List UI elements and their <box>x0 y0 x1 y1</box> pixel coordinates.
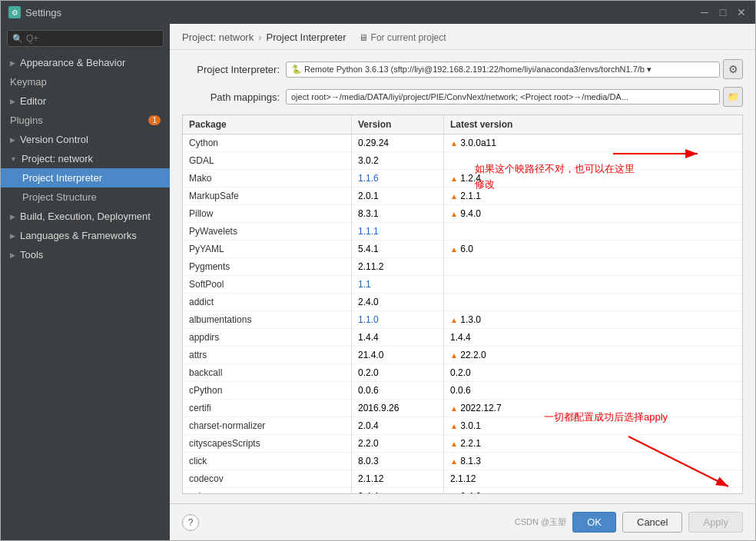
cancel-button[interactable]: Cancel <box>622 512 682 533</box>
package-latest: ▲ 3.0.1 <box>444 417 742 434</box>
footer-left: ? <box>182 514 199 531</box>
sidebar-item-editor[interactable]: ▶ Editor <box>1 91 170 111</box>
expand-arrow-lang: ▶ <box>10 232 15 240</box>
table-row[interactable]: MarkupSafe 2.0.1 ▲ 2.1.1 <box>183 188 742 205</box>
table-row[interactable]: Pygments 2.11.2 <box>183 258 742 276</box>
search-icon: 🔍 <box>12 34 23 44</box>
sidebar-label-keymap: Keymap <box>10 76 47 88</box>
table-row[interactable]: Cython 0.29.24 ▲ 3.0.0a11 <box>183 134 742 152</box>
ok-button[interactable]: OK <box>572 512 616 533</box>
package-version: 2.11.2 <box>352 258 444 275</box>
main-body: 🔍 ▶ Appearance & Behavior Keymap ▶ Edito… <box>1 24 755 540</box>
table-row[interactable]: PyYAML 5.4.1 ▲ 6.0 <box>183 241 742 258</box>
package-latest: ▲ 2.1.1 <box>444 188 742 204</box>
sidebar-item-build-exec[interactable]: ▶ Build, Execution, Deployment <box>1 207 170 226</box>
package-latest <box>444 294 742 310</box>
close-button[interactable]: ✕ <box>735 6 748 18</box>
sidebar-label-ps: Project Structure <box>22 191 97 203</box>
package-latest: ▲ 8.1.3 <box>444 453 742 470</box>
maximize-button[interactable]: □ <box>717 6 729 18</box>
minimize-button[interactable]: ─ <box>698 6 711 18</box>
table-row[interactable]: addict 2.4.0 <box>183 294 742 311</box>
package-latest: ▲ 6.0 <box>444 241 742 257</box>
interpreter-control: 🐍 Remote Python 3.6.13 (sftp://liyi@192.… <box>286 59 743 79</box>
table-row[interactable]: Pillow 8.3.1 ▲ 9.4.0 <box>183 205 742 223</box>
package-latest: ▲ 1.2.4 <box>444 170 742 187</box>
table-row[interactable]: charset-normalizer 2.0.4 ▲ 3.0.1 <box>183 417 742 435</box>
table-row[interactable]: appdirs 1.4.4 1.4.4 <box>183 329 742 347</box>
monitor-icon: 🖥 <box>359 32 368 43</box>
package-version: 2.1.12 <box>352 470 444 487</box>
table-row[interactable]: backcall 0.2.0 0.2.0 <box>183 364 742 382</box>
table-row[interactable]: PyWavelets 1.1.1 <box>183 223 742 241</box>
package-version: 1.1.1 <box>352 223 444 240</box>
table-row[interactable]: SoftPool 1.1 <box>183 276 742 294</box>
interpreter-row: Project Interpreter: 🐍 Remote Python 3.6… <box>182 59 743 79</box>
package-name: addict <box>183 294 352 310</box>
table-row[interactable]: colorama 0.4.4 ▲ 0.4.6 <box>183 488 742 493</box>
sidebar-item-plugins[interactable]: Plugins 1 <box>1 111 170 130</box>
col-header-package: Package <box>183 115 352 134</box>
expand-arrow-vc: ▶ <box>10 136 15 144</box>
interpreter-select[interactable]: 🐍 Remote Python 3.6.13 (sftp://liyi@192.… <box>286 61 720 78</box>
breadcrumb: Project: network › Project Interpreter 🖥… <box>170 24 755 50</box>
sidebar-label-editor: Editor <box>20 95 46 107</box>
package-version: 8.0.3 <box>352 453 444 470</box>
sidebar-item-version-control[interactable]: ▶ Version Control <box>1 130 170 149</box>
table-row[interactable]: GDAL 3.0.2 <box>183 152 742 170</box>
help-button[interactable]: ? <box>182 514 199 531</box>
sidebar-item-keymap[interactable]: Keymap <box>1 72 170 91</box>
sidebar-label-tools: Tools <box>20 249 43 261</box>
sidebar-item-appearance[interactable]: ▶ Appearance & Behavior <box>1 53 170 72</box>
table-row[interactable]: albumentations 1.1.0 ▲ 1.3.0 <box>183 311 742 329</box>
package-latest: ▲ 9.4.0 <box>444 205 742 222</box>
plugins-badge: 1 <box>148 115 161 125</box>
package-name: codecov <box>183 470 352 487</box>
package-name: albumentations <box>183 311 352 328</box>
sidebar-item-languages[interactable]: ▶ Languages & Frameworks <box>1 226 170 245</box>
sidebar-item-project-interpreter[interactable]: Project Interpreter <box>1 168 170 188</box>
path-label: Path mappings: <box>182 91 286 103</box>
expand-arrow: ▶ <box>10 59 15 67</box>
expand-arrow-editor: ▶ <box>10 98 15 105</box>
table-row[interactable]: cityscapesScripts 2.2.0 ▲ 2.2.1 <box>183 435 742 453</box>
table-row[interactable]: Mako 1.1.6 ▲ 1.2.4 <box>183 170 742 188</box>
interpreter-label: Project Interpreter: <box>182 64 286 75</box>
package-version: 1.1 <box>352 276 444 293</box>
apply-button[interactable]: Apply <box>688 512 743 533</box>
package-name: PyYAML <box>183 241 352 257</box>
content-area: Project Interpreter: 🐍 Remote Python 3.6… <box>170 50 755 503</box>
gear-button[interactable]: ⚙ <box>723 59 743 79</box>
package-latest: ▲ 1.3.0 <box>444 311 742 328</box>
sidebar-item-tools[interactable]: ▶ Tools <box>1 245 170 264</box>
table-row[interactable]: codecov 2.1.12 2.1.12 <box>183 470 742 488</box>
package-latest: ▲ 3.0.0a11 <box>444 134 742 151</box>
package-name: cityscapesScripts <box>183 435 352 452</box>
package-latest: 2.1.12 <box>444 470 742 487</box>
package-latest <box>444 152 742 169</box>
package-name: Pygments <box>183 258 352 275</box>
table-row[interactable]: cPython 0.0.6 0.0.6 <box>183 382 742 400</box>
table-row[interactable]: certifi 2016.9.26 ▲ 2022.12.7 <box>183 400 742 417</box>
package-version: 2.2.0 <box>352 435 444 452</box>
package-latest <box>444 276 742 293</box>
package-latest: ▲ 22.2.0 <box>444 347 742 363</box>
sidebar-label-pi: Project Interpreter <box>22 172 102 184</box>
path-control: oject root>→/media/DATA/liyi/project/PIE… <box>286 87 743 107</box>
package-version: 21.4.0 <box>352 347 444 363</box>
table-row[interactable]: click 8.0.3 ▲ 8.1.3 <box>183 453 742 470</box>
package-name: colorama <box>183 488 352 493</box>
package-name: certifi <box>183 400 352 417</box>
sidebar-item-project-network[interactable]: ▼ Project: network <box>1 149 170 168</box>
path-field[interactable]: oject root>→/media/DATA/liyi/project/PIE… <box>286 89 720 105</box>
search-input[interactable] <box>26 33 158 44</box>
expand-arrow-build: ▶ <box>10 213 15 221</box>
search-box[interactable]: 🔍 <box>7 30 164 47</box>
package-latest: ▲ 0.4.6 <box>444 488 742 493</box>
package-name: Pillow <box>183 205 352 222</box>
package-name: charset-normalizer <box>183 417 352 434</box>
folder-button[interactable]: 📁 <box>723 87 743 107</box>
package-latest <box>444 223 742 240</box>
sidebar-item-project-structure[interactable]: Project Structure <box>1 188 170 207</box>
table-row[interactable]: attrs 21.4.0 ▲ 22.2.0 <box>183 347 742 364</box>
